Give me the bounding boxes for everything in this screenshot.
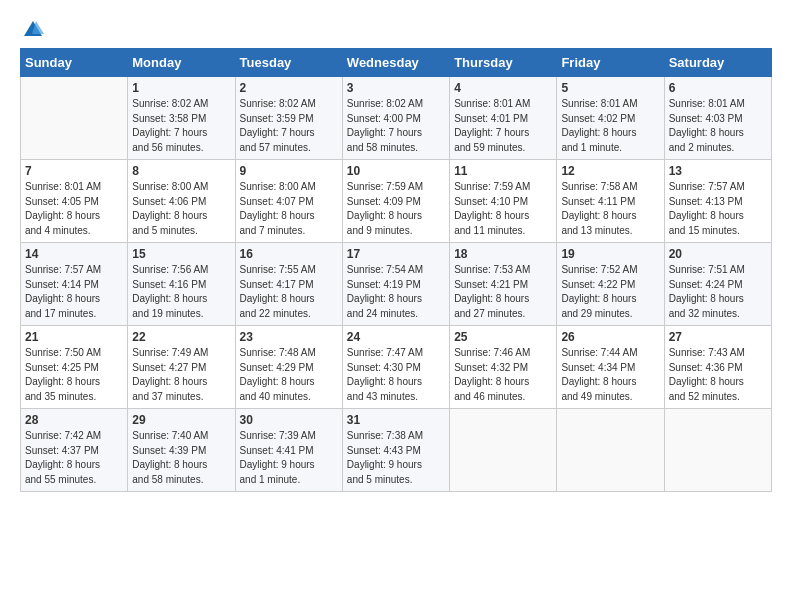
day-info: Sunrise: 7:59 AM Sunset: 4:09 PM Dayligh… [347, 180, 445, 238]
column-header-monday: Monday [128, 49, 235, 77]
day-info: Sunrise: 7:58 AM Sunset: 4:11 PM Dayligh… [561, 180, 659, 238]
day-number: 19 [561, 247, 659, 261]
day-number: 14 [25, 247, 123, 261]
day-number: 1 [132, 81, 230, 95]
day-number: 27 [669, 330, 767, 344]
day-info: Sunrise: 7:52 AM Sunset: 4:22 PM Dayligh… [561, 263, 659, 321]
calendar-cell: 4Sunrise: 8:01 AM Sunset: 4:01 PM Daylig… [450, 77, 557, 160]
calendar-cell: 11Sunrise: 7:59 AM Sunset: 4:10 PM Dayli… [450, 160, 557, 243]
day-info: Sunrise: 7:43 AM Sunset: 4:36 PM Dayligh… [669, 346, 767, 404]
day-info: Sunrise: 7:53 AM Sunset: 4:21 PM Dayligh… [454, 263, 552, 321]
calendar-cell: 22Sunrise: 7:49 AM Sunset: 4:27 PM Dayli… [128, 326, 235, 409]
calendar-cell: 15Sunrise: 7:56 AM Sunset: 4:16 PM Dayli… [128, 243, 235, 326]
day-info: Sunrise: 8:00 AM Sunset: 4:06 PM Dayligh… [132, 180, 230, 238]
day-number: 24 [347, 330, 445, 344]
day-info: Sunrise: 8:02 AM Sunset: 3:59 PM Dayligh… [240, 97, 338, 155]
day-number: 22 [132, 330, 230, 344]
calendar-cell: 14Sunrise: 7:57 AM Sunset: 4:14 PM Dayli… [21, 243, 128, 326]
calendar-cell: 2Sunrise: 8:02 AM Sunset: 3:59 PM Daylig… [235, 77, 342, 160]
day-number: 12 [561, 164, 659, 178]
day-number: 9 [240, 164, 338, 178]
column-header-tuesday: Tuesday [235, 49, 342, 77]
day-info: Sunrise: 8:01 AM Sunset: 4:01 PM Dayligh… [454, 97, 552, 155]
calendar-table: SundayMondayTuesdayWednesdayThursdayFrid… [20, 48, 772, 492]
day-number: 15 [132, 247, 230, 261]
day-info: Sunrise: 7:38 AM Sunset: 4:43 PM Dayligh… [347, 429, 445, 487]
calendar-cell: 5Sunrise: 8:01 AM Sunset: 4:02 PM Daylig… [557, 77, 664, 160]
calendar-cell: 8Sunrise: 8:00 AM Sunset: 4:06 PM Daylig… [128, 160, 235, 243]
day-info: Sunrise: 7:56 AM Sunset: 4:16 PM Dayligh… [132, 263, 230, 321]
day-info: Sunrise: 7:40 AM Sunset: 4:39 PM Dayligh… [132, 429, 230, 487]
calendar-cell [664, 409, 771, 492]
column-header-sunday: Sunday [21, 49, 128, 77]
day-info: Sunrise: 8:01 AM Sunset: 4:05 PM Dayligh… [25, 180, 123, 238]
calendar-cell: 19Sunrise: 7:52 AM Sunset: 4:22 PM Dayli… [557, 243, 664, 326]
calendar-cell [450, 409, 557, 492]
day-number: 2 [240, 81, 338, 95]
column-header-saturday: Saturday [664, 49, 771, 77]
day-number: 4 [454, 81, 552, 95]
header [20, 18, 772, 40]
logo [20, 18, 44, 40]
calendar-cell: 23Sunrise: 7:48 AM Sunset: 4:29 PM Dayli… [235, 326, 342, 409]
day-info: Sunrise: 8:00 AM Sunset: 4:07 PM Dayligh… [240, 180, 338, 238]
column-header-thursday: Thursday [450, 49, 557, 77]
day-info: Sunrise: 8:01 AM Sunset: 4:03 PM Dayligh… [669, 97, 767, 155]
calendar-cell: 1Sunrise: 8:02 AM Sunset: 3:58 PM Daylig… [128, 77, 235, 160]
calendar-cell: 10Sunrise: 7:59 AM Sunset: 4:09 PM Dayli… [342, 160, 449, 243]
calendar-cell: 20Sunrise: 7:51 AM Sunset: 4:24 PM Dayli… [664, 243, 771, 326]
calendar-cell: 30Sunrise: 7:39 AM Sunset: 4:41 PM Dayli… [235, 409, 342, 492]
day-number: 16 [240, 247, 338, 261]
day-info: Sunrise: 7:39 AM Sunset: 4:41 PM Dayligh… [240, 429, 338, 487]
calendar-cell [557, 409, 664, 492]
day-info: Sunrise: 7:51 AM Sunset: 4:24 PM Dayligh… [669, 263, 767, 321]
calendar-cell: 18Sunrise: 7:53 AM Sunset: 4:21 PM Dayli… [450, 243, 557, 326]
day-number: 18 [454, 247, 552, 261]
calendar-cell: 13Sunrise: 7:57 AM Sunset: 4:13 PM Dayli… [664, 160, 771, 243]
day-number: 8 [132, 164, 230, 178]
day-number: 10 [347, 164, 445, 178]
calendar-cell: 12Sunrise: 7:58 AM Sunset: 4:11 PM Dayli… [557, 160, 664, 243]
day-number: 6 [669, 81, 767, 95]
day-number: 21 [25, 330, 123, 344]
day-number: 11 [454, 164, 552, 178]
calendar-cell: 6Sunrise: 8:01 AM Sunset: 4:03 PM Daylig… [664, 77, 771, 160]
day-info: Sunrise: 7:48 AM Sunset: 4:29 PM Dayligh… [240, 346, 338, 404]
day-number: 28 [25, 413, 123, 427]
day-info: Sunrise: 7:42 AM Sunset: 4:37 PM Dayligh… [25, 429, 123, 487]
calendar-cell: 16Sunrise: 7:55 AM Sunset: 4:17 PM Dayli… [235, 243, 342, 326]
calendar-cell: 26Sunrise: 7:44 AM Sunset: 4:34 PM Dayli… [557, 326, 664, 409]
day-number: 20 [669, 247, 767, 261]
calendar-week-row: 21Sunrise: 7:50 AM Sunset: 4:25 PM Dayli… [21, 326, 772, 409]
day-info: Sunrise: 7:46 AM Sunset: 4:32 PM Dayligh… [454, 346, 552, 404]
calendar-cell: 9Sunrise: 8:00 AM Sunset: 4:07 PM Daylig… [235, 160, 342, 243]
calendar-cell [21, 77, 128, 160]
calendar-cell: 17Sunrise: 7:54 AM Sunset: 4:19 PM Dayli… [342, 243, 449, 326]
column-header-wednesday: Wednesday [342, 49, 449, 77]
day-number: 13 [669, 164, 767, 178]
day-number: 23 [240, 330, 338, 344]
day-number: 31 [347, 413, 445, 427]
day-number: 17 [347, 247, 445, 261]
calendar-cell: 3Sunrise: 8:02 AM Sunset: 4:00 PM Daylig… [342, 77, 449, 160]
calendar-cell: 29Sunrise: 7:40 AM Sunset: 4:39 PM Dayli… [128, 409, 235, 492]
calendar-header-row: SundayMondayTuesdayWednesdayThursdayFrid… [21, 49, 772, 77]
day-number: 30 [240, 413, 338, 427]
page: SundayMondayTuesdayWednesdayThursdayFrid… [0, 0, 792, 502]
calendar-cell: 28Sunrise: 7:42 AM Sunset: 4:37 PM Dayli… [21, 409, 128, 492]
logo-icon [22, 18, 44, 40]
calendar-cell: 27Sunrise: 7:43 AM Sunset: 4:36 PM Dayli… [664, 326, 771, 409]
calendar-cell: 24Sunrise: 7:47 AM Sunset: 4:30 PM Dayli… [342, 326, 449, 409]
day-number: 5 [561, 81, 659, 95]
day-number: 7 [25, 164, 123, 178]
calendar-cell: 25Sunrise: 7:46 AM Sunset: 4:32 PM Dayli… [450, 326, 557, 409]
day-number: 29 [132, 413, 230, 427]
day-info: Sunrise: 7:47 AM Sunset: 4:30 PM Dayligh… [347, 346, 445, 404]
day-number: 25 [454, 330, 552, 344]
calendar-cell: 21Sunrise: 7:50 AM Sunset: 4:25 PM Dayli… [21, 326, 128, 409]
day-number: 26 [561, 330, 659, 344]
column-header-friday: Friday [557, 49, 664, 77]
day-info: Sunrise: 7:50 AM Sunset: 4:25 PM Dayligh… [25, 346, 123, 404]
calendar-week-row: 28Sunrise: 7:42 AM Sunset: 4:37 PM Dayli… [21, 409, 772, 492]
calendar-week-row: 14Sunrise: 7:57 AM Sunset: 4:14 PM Dayli… [21, 243, 772, 326]
